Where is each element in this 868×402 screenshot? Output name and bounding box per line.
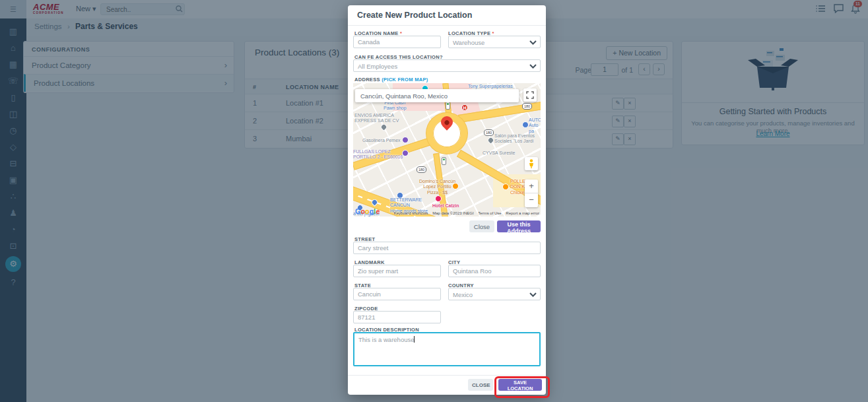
zipcode-input[interactable] xyxy=(353,311,441,323)
map-label: Domino's Cancún López Portillo Pizza · $… xyxy=(419,179,455,195)
landmark-input[interactable] xyxy=(353,265,441,277)
hospital-marker[interactable]: H xyxy=(461,104,468,111)
traffic-light-icon xyxy=(446,102,450,110)
map-label: ENVIOS AMERICA EXPRESS SA DE CV xyxy=(354,113,399,124)
map-label: CYVSA Sureste xyxy=(483,151,515,156)
map-label: Salón para Eventos Sociales "Los Jardi xyxy=(494,133,535,145)
modal-title: Create New Product Location xyxy=(357,11,472,20)
keyboard-shortcuts-link[interactable]: Keyboard shortcuts xyxy=(394,211,428,215)
gray-pin-marker[interactable] xyxy=(486,136,495,145)
traffic-light-icon xyxy=(442,157,446,165)
map-label: FULLGAS LOPEZ PORTILLO 2 - ES60016 xyxy=(353,149,403,160)
divider xyxy=(348,25,546,26)
city-input[interactable] xyxy=(448,265,541,277)
gas-station-marker[interactable] xyxy=(402,137,409,143)
location-description-textarea[interactable]: This is a warehouse xyxy=(353,332,541,366)
pegman-button[interactable] xyxy=(525,157,538,170)
text-caret xyxy=(414,336,415,343)
route-shield: 180 xyxy=(417,166,426,173)
chevron-down-icon xyxy=(529,292,537,297)
terms-link[interactable]: Terms of Use xyxy=(478,211,501,215)
gas-station-marker[interactable] xyxy=(402,150,409,156)
country-select[interactable]: Mexico xyxy=(448,288,541,300)
street-input[interactable] xyxy=(353,242,541,254)
pick-from-map-link[interactable]: (PICK FROM MAP) xyxy=(382,77,428,83)
restaurant-marker[interactable] xyxy=(502,184,509,190)
map-label: Tony Superpapelerias xyxy=(468,84,513,89)
google-logo: Google xyxy=(355,207,380,215)
google-map[interactable]: H Tony Superpapelerias First Cash Pawn s… xyxy=(353,83,541,217)
map-label: AUTOF Auto pa xyxy=(529,117,541,134)
app-canvas: ☰ ▥ ⌂ ▦ ☏ ▯ ◫ ◷ ◇ ⊟ ▣ ∴ ♟ ◔ ⊡ ⚙ ? ACME C… xyxy=(0,0,868,402)
fullscreen-button[interactable] xyxy=(523,88,537,102)
modal-close-button[interactable]: CLOSE xyxy=(468,379,493,391)
location-name-input[interactable] xyxy=(353,36,441,48)
map-attribution: Keyboard shortcuts Map data ©2023 INEGI … xyxy=(391,211,539,215)
hotel-marker[interactable] xyxy=(435,195,442,202)
fe-access-select[interactable]: All Employees xyxy=(353,59,541,72)
route-shield: 180 xyxy=(522,103,532,110)
report-error-link[interactable]: Report a map error xyxy=(506,211,539,215)
zoom-control: + − xyxy=(525,180,538,207)
divider xyxy=(348,375,546,376)
map-close-button[interactable]: Close xyxy=(469,220,494,232)
map-label: Hotel Catzin xyxy=(432,203,459,209)
fullscreen-icon xyxy=(526,91,534,99)
save-location-button[interactable]: SAVE LOCATION xyxy=(498,379,542,391)
zoom-out-button[interactable]: − xyxy=(525,193,538,207)
address-label: ADDRESS (PICK FROM MAP) xyxy=(354,77,428,83)
map-data-text: Map data ©2023 INEGI xyxy=(432,211,473,215)
description-text: This is a warehouse xyxy=(358,336,414,343)
zoom-in-button[interactable]: + xyxy=(525,180,538,193)
route-shield: 180 xyxy=(484,129,494,136)
use-this-address-button[interactable]: Use this Address xyxy=(497,220,541,232)
auto-parts-marker[interactable] xyxy=(522,121,529,128)
map-label: Gasolinera Pemex xyxy=(362,138,401,143)
state-input[interactable] xyxy=(353,288,441,300)
chevron-down-icon xyxy=(529,64,537,69)
pegman-icon xyxy=(528,159,535,168)
chevron-down-icon xyxy=(529,40,537,45)
create-location-modal: Create New Product Location LOCATION NAM… xyxy=(348,5,546,395)
map-search-input[interactable] xyxy=(355,89,519,102)
location-type-select[interactable]: Warehouse xyxy=(448,36,541,48)
gray-pin-marker[interactable] xyxy=(380,123,388,131)
